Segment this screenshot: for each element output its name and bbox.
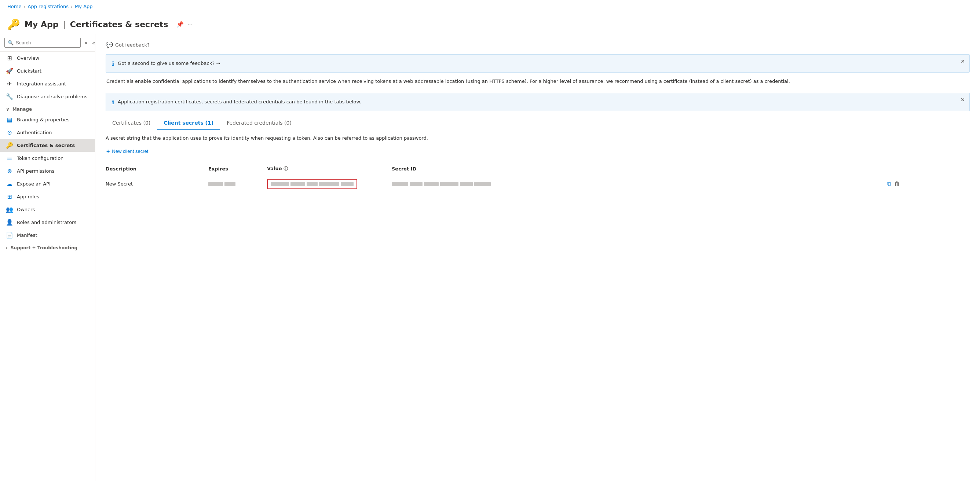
info-banner-text: Application registration certificates, s… [118, 98, 964, 106]
th-description: Description [106, 163, 208, 175]
info-banner: ℹ Application registration certificates,… [106, 93, 970, 111]
sidebar-item-diagnose[interactable]: 🔧 Diagnose and solve problems [0, 90, 95, 103]
feedback-link[interactable]: 💬 Got feedback? [106, 41, 970, 48]
th-value: Value ⓘ [267, 163, 392, 175]
overview-icon: ⊞ [6, 55, 13, 62]
main-content: 💬 Got feedback? ℹ Got a second to give u… [95, 34, 980, 481]
sidebar-item-label: Certificates & secrets [17, 143, 75, 148]
tabs-row: Certificates (0) Client secrets (1) Fede… [106, 116, 970, 130]
sidebar-item-manifest[interactable]: 📄 Manifest [0, 229, 95, 241]
copy-secret-button[interactable]: ⧉ [887, 180, 891, 187]
sidebar-search-row: 🔍 ⋄ « [0, 34, 95, 52]
value-redacted-wrapper [267, 179, 357, 189]
secret-id-cell [392, 175, 887, 193]
tab-federated-credentials[interactable]: Federated credentials (0) [220, 116, 298, 130]
sidebar-item-label: Branding & properties [17, 117, 70, 122]
sidebar-item-label: Owners [17, 207, 35, 212]
sidebar-item-authentication[interactable]: ⊙ Authentication [0, 126, 95, 139]
secrets-table: Description Expires Value ⓘ Secret ID [106, 163, 970, 193]
breadcrumb-home[interactable]: Home [7, 4, 21, 9]
sidebar-item-api-permissions[interactable]: ⊛ API permissions [0, 165, 95, 178]
redacted-pill [460, 182, 473, 186]
expand-icon[interactable]: ⋄ [83, 39, 89, 46]
manifest-icon: 📄 [6, 232, 13, 239]
close-feedback-banner-button[interactable]: ✕ [961, 58, 965, 64]
feedback-icon: 💬 [106, 41, 113, 48]
sidebar-item-owners[interactable]: 👥 Owners [0, 203, 95, 216]
authentication-icon: ⊙ [6, 129, 13, 136]
redacted-pill [270, 182, 289, 186]
sidebar-item-label: Diagnose and solve problems [17, 94, 87, 99]
sidebar-item-branding[interactable]: ▤ Branding & properties [0, 113, 95, 126]
tab-client-secrets[interactable]: Client secrets (1) [157, 116, 220, 130]
sidebar-item-integration[interactable]: ✈ Integration assistant [0, 77, 95, 90]
collapse-icon[interactable]: « [91, 39, 95, 46]
breadcrumb-current: My App [75, 4, 92, 9]
redacted-pill [440, 182, 458, 186]
feedback-banner: ℹ Got a second to give us some feedback?… [106, 54, 970, 73]
new-client-secret-button[interactable]: + New client secret [106, 146, 149, 157]
th-expires: Expires [208, 163, 267, 175]
feedback-text: Got feedback? [115, 42, 150, 48]
search-input[interactable] [16, 40, 77, 46]
more-options-icon[interactable]: ··· [188, 21, 193, 28]
redacted-pill [319, 182, 339, 186]
redacted-pill [424, 182, 439, 186]
plus-icon: + [107, 148, 110, 155]
main-layout: 🔍 ⋄ « ⊞ Overview 🚀 Quickstart ✈ Integrat… [0, 34, 980, 481]
redacted-pill [208, 182, 223, 186]
secret-value-cell [267, 175, 392, 193]
search-icon: 🔍 [8, 40, 14, 46]
sidebar-item-label: Manifest [17, 232, 37, 238]
sidebar-item-quickstart[interactable]: 🚀 Quickstart [0, 65, 95, 77]
secrets-description: A secret string that the application use… [106, 135, 970, 141]
page-title-actions: 📌 ··· [177, 21, 193, 28]
pin-icon[interactable]: 📌 [177, 21, 184, 28]
redacted-pill [474, 182, 491, 186]
sidebar-item-label: Overview [17, 56, 39, 61]
quickstart-icon: 🚀 [6, 67, 13, 75]
sidebar-item-token[interactable]: ⚌ Token configuration [0, 152, 95, 165]
redacted-pill [307, 182, 318, 186]
breadcrumb-sep2: › [71, 4, 73, 9]
integration-icon: ✈ [6, 80, 13, 87]
sidebar-item-label: Integration assistant [17, 81, 66, 87]
redacted-pill [291, 182, 305, 186]
value-info-icon[interactable]: ⓘ [283, 166, 288, 171]
sidebar-item-label: Quickstart [17, 68, 41, 74]
sidebar-item-overview[interactable]: ⊞ Overview [0, 52, 95, 65]
sidebar-search-container[interactable]: 🔍 [5, 38, 81, 48]
manage-section-header[interactable]: ∨ Manage [0, 103, 95, 113]
sidebar-item-label: App roles [17, 194, 39, 200]
redacted-pill [224, 182, 235, 186]
close-info-banner-button[interactable]: ✕ [961, 97, 965, 103]
credentials-description: Credentials enable confidential applicat… [106, 78, 970, 86]
breadcrumb-app-registrations[interactable]: App registrations [28, 4, 68, 9]
sidebar-item-roles-admin[interactable]: 👤 Roles and administrators [0, 216, 95, 229]
sidebar-item-label: Authentication [17, 130, 52, 135]
page-title-divider: | [63, 20, 65, 29]
feedback-banner-text: Got a second to give us some feedback? → [118, 60, 964, 67]
sidebar-item-app-roles[interactable]: ⊞ App roles [0, 190, 95, 203]
sidebar-item-certificates[interactable]: 🔑 Certificates & secrets [0, 139, 95, 152]
page-app-name: My App [25, 20, 58, 29]
secret-description-cell: New Secret [106, 175, 208, 193]
expose-api-icon: ☁ [6, 180, 13, 187]
table-row: New Secret [106, 175, 970, 193]
tab-certificates[interactable]: Certificates (0) [106, 116, 157, 130]
manage-chevron-icon: ∨ [6, 107, 10, 112]
page-key-icon: 🔑 [7, 18, 20, 30]
redacted-pill [392, 182, 408, 186]
app-roles-icon: ⊞ [6, 193, 13, 200]
action-icons: ⧉ 🗑 [887, 180, 965, 187]
delete-secret-button[interactable]: 🗑 [894, 180, 900, 187]
secret-actions-cell: ⧉ 🗑 [887, 175, 970, 193]
breadcrumb: Home › App registrations › My App [0, 0, 980, 13]
th-actions [887, 163, 970, 175]
sidebar: 🔍 ⋄ « ⊞ Overview 🚀 Quickstart ✈ Integrat… [0, 34, 95, 481]
support-section-header[interactable]: › Support + Troubleshooting [0, 241, 95, 252]
sidebar-item-expose-api[interactable]: ☁ Expose an API [0, 178, 95, 190]
secret-expires-cell [208, 175, 267, 193]
page-title: Certificates & secrets [70, 20, 169, 29]
page-title-row: 🔑 My App | Certificates & secrets 📌 ··· [0, 13, 980, 34]
